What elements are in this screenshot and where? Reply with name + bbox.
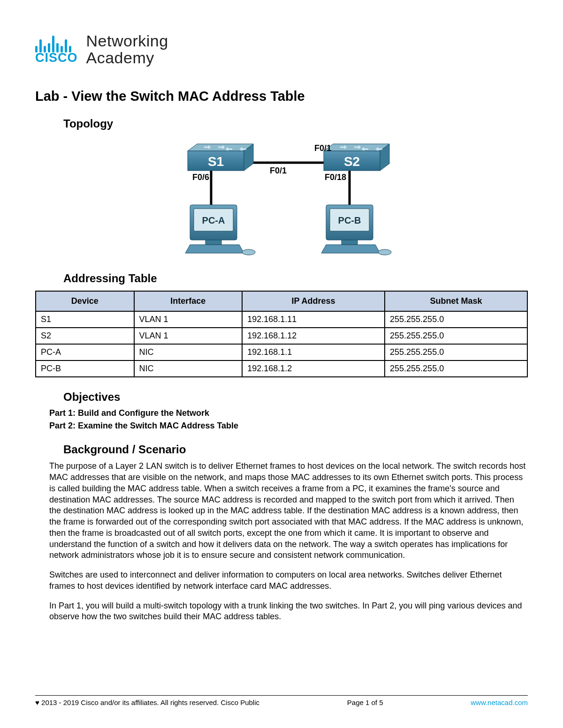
logo-text: Networking Academy	[86, 33, 168, 66]
cisco-wordmark: CISCO	[35, 51, 78, 65]
objective-part2: Part 2: Examine the Switch MAC Address T…	[49, 421, 528, 431]
background-p3: In Part 1, you will build a multi-switch…	[49, 600, 528, 623]
switch-s1-label: S1	[208, 154, 224, 169]
page-footer: ♥ 2013 - 2019 Cisco and/or its affiliate…	[35, 695, 528, 706]
cell-interface: NIC	[134, 360, 243, 377]
logo-line2: Academy	[86, 50, 168, 67]
cell-device: PC-B	[36, 360, 134, 377]
table-row: S2 VLAN 1 192.168.1.12 255.255.255.0	[36, 328, 527, 344]
cell-ip: 192.168.1.2	[242, 360, 385, 377]
svg-point-13	[242, 249, 255, 255]
port-f018-label: F0/18	[325, 173, 346, 182]
objective-part1: Part 1: Build and Configure the Network	[49, 408, 528, 418]
background-p2: Switches are used to interconnect and de…	[49, 570, 528, 592]
page-title: Lab - View the Switch MAC Address Table	[35, 89, 528, 104]
switch-s2-label: S2	[344, 154, 360, 169]
cisco-mark: CISCO	[35, 34, 78, 65]
cell-ip: 192.168.1.1	[242, 344, 385, 360]
cisco-bars-icon	[35, 34, 71, 53]
cell-ip: 192.168.1.12	[242, 328, 385, 344]
pc-b-icon: PC-B	[321, 205, 391, 255]
table-row: S1 VLAN 1 192.168.1.11 255.255.255.0	[36, 311, 527, 328]
cell-mask: 255.255.255.0	[385, 344, 527, 360]
addressing-heading: Addressing Table	[63, 272, 528, 285]
port-f01a-label: F0/1	[270, 166, 287, 175]
table-row: PC-A NIC 192.168.1.1 255.255.255.0	[36, 344, 527, 360]
pc-a-label: PC-A	[202, 215, 225, 225]
footer-page: Page 1 of 5	[347, 698, 383, 706]
th-device: Device	[36, 291, 134, 311]
cisco-logo-block: CISCO Networking Academy	[35, 33, 528, 66]
pc-b-label: PC-B	[338, 215, 361, 225]
topology-svg: S1 S2 PC-A	[150, 137, 413, 259]
th-interface: Interface	[134, 291, 243, 311]
cell-mask: 255.255.255.0	[385, 311, 527, 328]
footer-link[interactable]: www.netacad.com	[471, 698, 528, 706]
cell-ip: 192.168.1.11	[242, 311, 385, 328]
topology-diagram: S1 S2 PC-A	[35, 137, 528, 261]
footer-copyright: ♥ 2013 - 2019 Cisco and/or its affiliate…	[35, 698, 259, 706]
background-heading: Background / Scenario	[63, 443, 528, 456]
pc-a-icon: PC-A	[185, 205, 255, 255]
svg-marker-17	[321, 245, 380, 253]
cell-interface: VLAN 1	[134, 311, 243, 328]
port-f01b-label: F0/1	[314, 143, 331, 153]
logo-line1: Networking	[86, 33, 168, 50]
table-header-row: Device Interface IP Address Subnet Mask	[36, 291, 527, 311]
switch-s1-icon: S1	[188, 144, 253, 171]
switch-s2-icon: S2	[324, 144, 389, 171]
th-ip: IP Address	[242, 291, 385, 311]
table-row: PC-B NIC 192.168.1.2 255.255.255.0	[36, 360, 527, 377]
addressing-table: Device Interface IP Address Subnet Mask …	[35, 291, 528, 377]
topology-heading: Topology	[63, 117, 528, 130]
objectives-heading: Objectives	[63, 390, 528, 404]
cell-mask: 255.255.255.0	[385, 328, 527, 344]
port-f06-label: F0/6	[192, 173, 209, 182]
svg-marker-12	[185, 245, 244, 253]
svg-rect-16	[342, 240, 358, 245]
svg-rect-11	[205, 240, 221, 245]
cell-device: S2	[36, 328, 134, 344]
svg-point-18	[378, 249, 391, 255]
cell-mask: 255.255.255.0	[385, 360, 527, 377]
cell-interface: VLAN 1	[134, 328, 243, 344]
cell-device: S1	[36, 311, 134, 328]
th-mask: Subnet Mask	[385, 291, 527, 311]
background-p1: The purpose of a Layer 2 LAN switch is t…	[49, 461, 528, 561]
cell-device: PC-A	[36, 344, 134, 360]
cell-interface: NIC	[134, 344, 243, 360]
